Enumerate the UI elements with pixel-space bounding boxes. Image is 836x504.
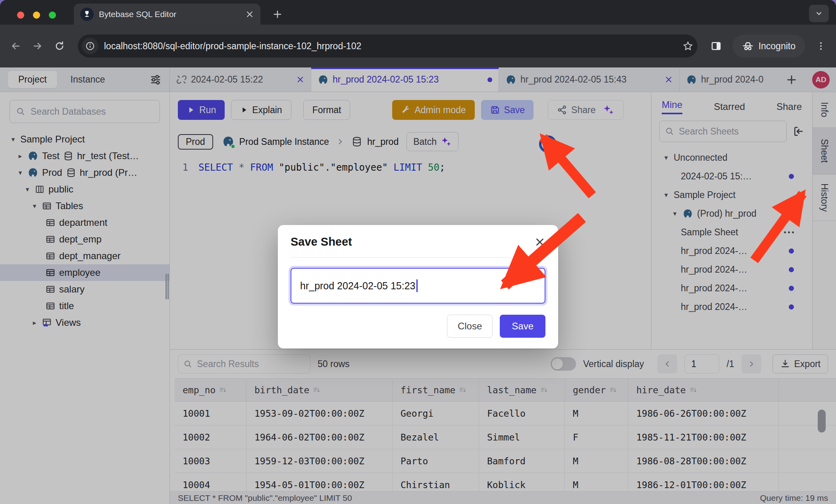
save-sheet-dialog: Save Sheet hr_prod 2024-02-05 15:23 Clos… [278, 225, 558, 348]
sheet-name-value: hr_prod 2024-02-05 15:23 [300, 280, 416, 292]
reload-icon[interactable] [54, 40, 65, 52]
back-icon[interactable] [10, 40, 21, 52]
address-bar[interactable]: localhost:8080/sql-editor/prod-sample-in… [78, 35, 697, 58]
browser-navbar: localhost:8080/sql-editor/prod-sample-in… [0, 25, 836, 67]
dialog-title: Save Sheet [291, 235, 352, 248]
dialog-close-icon[interactable] [534, 237, 545, 248]
tab-search-button[interactable] [809, 5, 829, 22]
sheet-name-input[interactable]: hr_prod 2024-02-05 15:23 [291, 268, 545, 304]
dialog-save-button[interactable]: Save [500, 315, 545, 338]
incognito-badge: Incognito [732, 35, 805, 58]
window-minimize-button[interactable] [33, 12, 40, 19]
tab-close-icon[interactable] [245, 10, 254, 19]
browser-titlebar: Bytebase SQL Editor [0, 0, 836, 25]
browser-menu-icon[interactable] [815, 40, 826, 52]
forward-icon[interactable] [32, 40, 44, 52]
browser-tab-title: Bytebase SQL Editor [99, 10, 240, 19]
dialog-close-button[interactable]: Close [447, 315, 493, 338]
screenshot-root: Bytebase SQL Editor localhost:8080/sql-e… [0, 0, 836, 504]
site-info-icon[interactable] [82, 38, 98, 54]
bookmark-star-icon[interactable] [682, 40, 693, 52]
bytebase-favicon-icon [80, 8, 94, 21]
browser-tab[interactable]: Bytebase SQL Editor [74, 4, 260, 25]
dialog-divider [291, 257, 545, 258]
window-close-button[interactable] [17, 12, 24, 19]
window-zoom-button[interactable] [49, 12, 56, 19]
new-tab-icon[interactable] [272, 9, 283, 19]
text-cursor [416, 279, 418, 292]
browser-chrome: Bytebase SQL Editor localhost:8080/sql-e… [0, 0, 836, 67]
url-text: localhost:8080/sql-editor/prod-sample-in… [104, 41, 361, 52]
incognito-icon [742, 40, 754, 52]
side-panel-icon[interactable] [710, 40, 722, 52]
incognito-label: Incognito [759, 41, 796, 52]
